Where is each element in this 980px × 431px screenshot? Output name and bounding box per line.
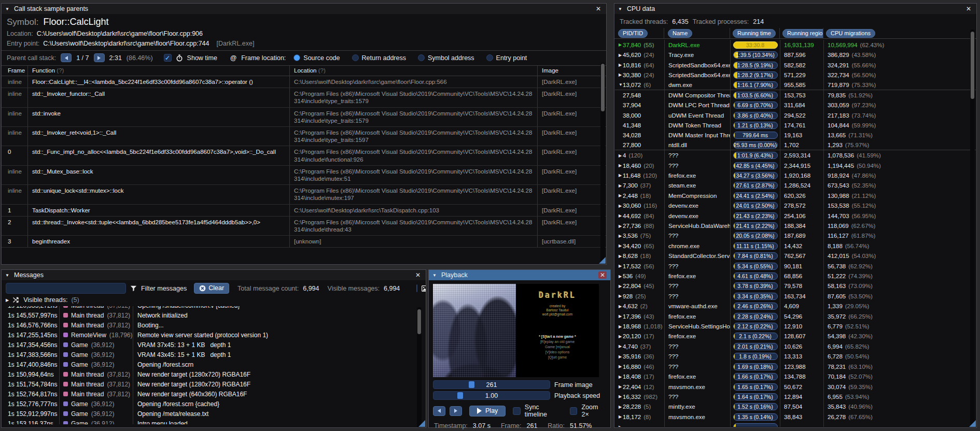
chevron-right-icon[interactable]: ▶ <box>615 314 623 319</box>
cpu-table-row[interactable]: ▶536(49)firefox.exe4.61 s (0.48%)68,8565… <box>615 271 976 281</box>
chevron-right-icon[interactable]: ▶ <box>615 384 623 389</box>
cpu-table-row[interactable]: ▶7,300(37)steam.exe27.61 s (2.87%)1,286,… <box>615 181 976 191</box>
chevron-right-icon[interactable]: ▶ <box>615 73 623 77</box>
zoom-2x-checkbox[interactable] <box>570 407 577 415</box>
cpu-table-row[interactable]: ▶4,740(37)???2.01 s (0.21%)10,6266,994(6… <box>615 341 976 351</box>
cpu-table-row[interactable]: ▶30,060(116)devenv.exe24.01 s (2.50%)278… <box>615 201 976 211</box>
cpu-table-row[interactable]: ▶22,804(45)???3.78 s (0.39%)79,57858,163… <box>615 281 976 291</box>
chevron-right-icon[interactable]: ▶ <box>615 254 623 258</box>
message-row[interactable]: 1s 152,912,997nsGame(36,912)Opening /met… <box>2 409 425 419</box>
cpu-table-row[interactable]: ▶18,408(17)firefox.exe1.66 s (0.17%)134,… <box>615 371 976 381</box>
chevron-right-icon[interactable]: ▶ <box>615 173 623 178</box>
chevron-right-icon[interactable]: ▶ <box>615 42 623 47</box>
cpu-table-row[interactable]: ▶3,536(75)???20.05 s (2.08%)187,689116,1… <box>615 231 976 241</box>
chevron-right-icon[interactable]: ▶ <box>615 354 623 359</box>
chevron-right-icon[interactable]: ▶ <box>615 63 623 67</box>
message-row[interactable]: 1s 147,255,145nsRemoteView(18,796)Remote… <box>2 330 425 340</box>
radio-symbol-address[interactable]: Symbol address <box>418 54 474 62</box>
chevron-right-icon[interactable]: ▶ <box>615 344 623 349</box>
resize-grip[interactable] <box>599 257 606 264</box>
chevron-right-icon[interactable]: ▶ <box>615 405 623 409</box>
chevron-right-icon[interactable]: ▶ <box>615 224 623 228</box>
message-row[interactable]: 1s 147,383,566nsGame(36,912)VRAM 43x45: … <box>2 350 425 360</box>
resize-grip[interactable] <box>418 420 425 427</box>
radio-source-code[interactable]: Source code <box>293 54 340 62</box>
chevron-right-icon[interactable]: ▶ <box>615 334 623 339</box>
cpu-table-row[interactable]: ▶34,420(65)chrome.exe11.11 s (1.15%)14,4… <box>615 241 976 251</box>
message-row[interactable]: 1s 147,354,456nsGame(36,912)VRAM 37x45: … <box>2 340 425 350</box>
cpu-table-row[interactable]: 37,904DWM LPC Port Thread6.69 s (0.70%)3… <box>615 100 976 110</box>
close-icon[interactable]: ✕ <box>964 5 973 12</box>
column-header-location[interactable]: Location (?) <box>289 66 537 76</box>
cpu-table-row[interactable]: ▶28,228(5)mintty.exe1.52 s (0.16%)87,504… <box>615 402 976 412</box>
column-header-running-time[interactable]: Running time <box>730 28 779 38</box>
cpu-table-row[interactable]: ▶928(25)???3.34 s (0.35%)163,73487,605(5… <box>615 291 976 301</box>
chevron-right-icon[interactable]: ▶ <box>615 364 623 369</box>
cpu-table-row[interactable]: ▶4(120)???1:01.9 (6.43%)2,593,3141,078,5… <box>615 150 976 160</box>
cpu-table-row[interactable]: ▼13,072(6)dwm.exe1:16.1 (7.90%)955,58571… <box>615 80 976 90</box>
prev-callstack-button[interactable] <box>61 53 72 62</box>
sync-timeline-checkbox[interactable] <box>513 407 520 415</box>
play-button[interactable]: Play <box>469 406 506 416</box>
cpu-table-row[interactable]: ▶8,628(18)StandardCollector.Service.e7.8… <box>615 251 976 261</box>
chevron-right-icon[interactable]: ▶ <box>615 284 623 289</box>
cpu-table-row[interactable]: ▶17,396(43)firefox.exe2.28 s (0.24%)54,2… <box>615 311 976 321</box>
column-header-image[interactable]: Image <box>537 66 606 76</box>
callstack-scrollbar[interactable] <box>600 63 605 263</box>
cpu-table-row[interactable]: ▶45,620(24)Tracy.exe1:39.5 (10.34%)887,5… <box>615 50 976 60</box>
cpu-table-row[interactable]: ▶2,448(18)MemCompression24.41 s (2.54%)6… <box>615 191 976 200</box>
cpu-table-row[interactable]: ▶11,648(120)firefox.exe34.27 s (3.56%)1,… <box>615 170 976 180</box>
chevron-right-icon[interactable]: ▶ <box>615 193 623 198</box>
cpu-table-row[interactable]: ▶18,172(8)msvsmon.exe1.35 s (0.14%)38,84… <box>615 412 976 422</box>
collapse-icon[interactable]: ▼ <box>432 273 438 278</box>
cpu-table-row[interactable]: 27,548DWM Compositor Thread1:03.5 (6.60%… <box>615 90 976 100</box>
expand-icon[interactable]: ▶ <box>6 298 9 303</box>
message-row[interactable]: 1s 150,994,64nsMain thread(37,812)New re… <box>2 369 425 379</box>
show-time-checkbox[interactable]: ✓ <box>164 54 172 62</box>
cpu-table-row[interactable]: ▶17,532(56)???5.34 s (0.55%)90,18156,738… <box>615 261 976 271</box>
column-header-name[interactable]: Name <box>664 28 730 38</box>
message-row[interactable]: 1s 152,764,817nsMain thread(37,812)New r… <box>2 389 425 399</box>
function-cell[interactable]: std::_Invoker_functor::_Call <box>27 88 289 107</box>
column-header-function[interactable]: Function (?) <box>27 66 289 76</box>
function-cell[interactable]: std::invoke <box>27 108 289 126</box>
message-row[interactable]: 1s 152,776,777nsGame(36,912)Opening /for… <box>2 399 425 409</box>
function-cell[interactable]: std::_Func_impl_no_alloc<<lambda_5bc224f… <box>27 146 289 165</box>
cpu-table-row[interactable]: ▶ <box>615 422 976 427</box>
visible-threads-row[interactable]: ▶ Visible threads: (5) <box>2 296 426 306</box>
message-row[interactable]: 1s 147,400,846nsGame(36,912)Opening /for… <box>2 360 425 369</box>
chevron-right-icon[interactable]: ▶ <box>615 414 623 419</box>
cpu-table-row[interactable]: ▶16,880(46)???1.69 s (0.18%)123,98878,23… <box>615 362 976 371</box>
chevron-down-icon[interactable]: ▼ <box>615 82 623 87</box>
cpu-table-row[interactable]: ▶16,332(982)???1.64 s (0.17%)12,8946,955… <box>615 392 976 401</box>
step-forward-button[interactable] <box>450 406 462 416</box>
resize-grip[interactable] <box>969 420 976 427</box>
close-icon[interactable]: ✕ <box>598 271 607 279</box>
radio-entry-point[interactable]: Entry point <box>486 54 527 62</box>
chevron-right-icon[interactable]: ▶ <box>615 53 623 58</box>
cpu-table-row[interactable]: ▶18,460(20)???42.85 s (4.45%)2,344,9151,… <box>615 161 976 170</box>
function-cell[interactable]: std::_Invoker_ret<void,1>::_Call <box>27 127 289 146</box>
chevron-right-icon[interactable]: ▶ <box>615 425 623 427</box>
cpu-table-row[interactable]: 38,000uDWM Event Thread3.86 s (0.40%)294… <box>615 110 976 120</box>
cpu-table-row[interactable]: ▶35,916(36)???1.8 s (0.19%)13,3136,728(5… <box>615 352 976 362</box>
radio-return-address[interactable]: Return address <box>352 54 406 62</box>
cpu-table-row[interactable]: ▶22,404(12)msvsmon.exe1.65 s (0.17%)50,6… <box>615 382 976 392</box>
chevron-right-icon[interactable]: ▶ <box>615 153 623 158</box>
clear-button[interactable]: Clear <box>194 283 229 294</box>
function-cell[interactable]: beginthreadex <box>27 236 289 247</box>
chevron-right-icon[interactable]: ▶ <box>615 294 623 298</box>
cpu-table-row[interactable]: ▶37,840(55)DarkRL.exe33:30.8 (208.96%)16… <box>615 40 976 50</box>
function-cell[interactable]: std::thread::_Invoke<std::tuple<<lambda_… <box>27 217 289 235</box>
function-cell[interactable]: std::unique_lock<std::mutex>::lock <box>27 185 289 204</box>
collapse-icon[interactable]: ▼ <box>618 7 623 11</box>
cpu-table-row[interactable]: ▶18,968(1,018)ServiceHub.SettingsHost.ex… <box>615 321 976 331</box>
function-cell[interactable]: Floor::CalcLight::__l4::<lambda_5bc224f1… <box>27 76 289 88</box>
messages-scrollbar[interactable] <box>417 307 422 427</box>
column-header-frame[interactable]: Frame <box>2 66 27 76</box>
chevron-right-icon[interactable]: ▶ <box>615 264 623 268</box>
cpu-table-row[interactable]: ▶30,380(24)ScriptedSandbox64.exe1:28.2 (… <box>615 70 976 80</box>
chevron-right-icon[interactable]: ▶ <box>615 183 623 188</box>
cpu-table-row[interactable]: ▶4,632(2)vmware-authd.exe2.46 s (0.26%)4… <box>615 301 976 311</box>
filter-input[interactable] <box>6 283 126 294</box>
